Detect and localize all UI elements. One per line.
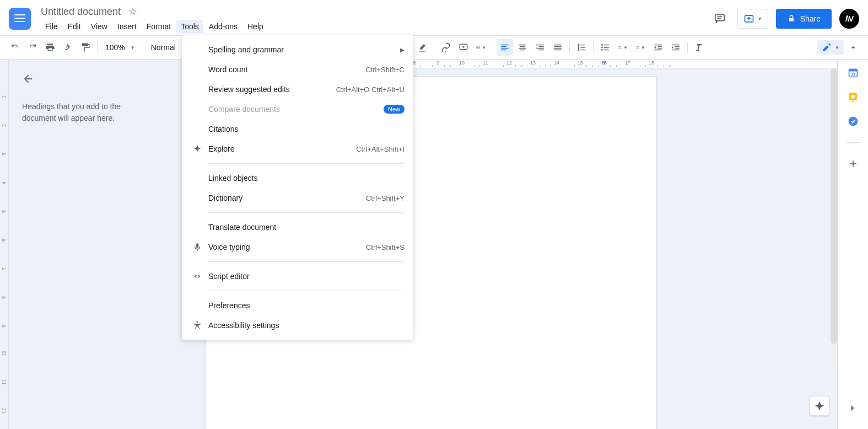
editing-mode-button[interactable]: ▼ (817, 40, 844, 55)
side-panel-separator (847, 142, 860, 143)
align-center-button[interactable] (514, 39, 531, 56)
menu-item-preferences[interactable]: Preferences (182, 296, 413, 315)
toolbar: 100% ▼ Normal ▼ ▼ ▼ ▼ (0, 35, 868, 60)
checklist-button[interactable] (597, 39, 613, 56)
menu-separator (208, 212, 405, 213)
svg-point-6 (618, 46, 619, 47)
menu-help[interactable]: Help (243, 20, 268, 33)
menu-edit[interactable]: Edit (63, 20, 85, 33)
menu-item-script-editor[interactable]: Script editor (182, 266, 413, 286)
keep-icon[interactable] (848, 92, 859, 103)
chevron-down-icon: ▼ (623, 45, 628, 50)
calendar-icon[interactable]: 31 (848, 67, 859, 78)
expand-side-panel-button[interactable] (847, 403, 858, 416)
svg-rect-0 (715, 15, 724, 21)
chevron-right-icon (847, 403, 858, 414)
clear-formatting-button[interactable] (691, 39, 708, 56)
menu-item-label: Preferences (208, 301, 405, 310)
lock-icon (787, 14, 796, 23)
align-left-button[interactable] (497, 39, 513, 56)
close-outline-button[interactable] (22, 73, 170, 88)
menu-item-explore[interactable]: ExploreCtrl+Alt+Shift+I (182, 139, 413, 159)
menu-format[interactable]: Format (142, 20, 175, 33)
chevron-down-icon: ▼ (131, 45, 135, 50)
chevron-down-icon: ▼ (758, 17, 762, 22)
vruler-number: 1 (1, 95, 7, 98)
account-avatar[interactable]: /\V (839, 9, 859, 29)
docs-logo-icon[interactable] (9, 8, 31, 30)
vertical-scrollbar[interactable] (831, 68, 837, 361)
svg-rect-2 (789, 18, 794, 22)
menu-insert[interactable]: Insert (113, 20, 141, 33)
share-button[interactable]: Share (776, 9, 832, 29)
vruler-number: 7 (1, 267, 7, 270)
new-badge: New (384, 105, 405, 114)
insert-comment-button[interactable] (455, 39, 472, 56)
ruler-number: 17 (625, 60, 630, 66)
line-spacing-button[interactable] (573, 39, 590, 56)
menu-item-translate-document[interactable]: Translate document (182, 217, 413, 237)
ruler-number: 14 (554, 60, 559, 66)
vruler-number: 9 (1, 325, 7, 328)
vruler-number: 10 (1, 351, 7, 356)
toolbar-separator (143, 42, 143, 53)
menu-item-dictionary[interactable]: DictionaryCtrl+Shift+Y (182, 188, 413, 208)
arrow-left-icon (22, 73, 34, 85)
menu-separator (208, 261, 405, 262)
ruler-number: 18 (649, 60, 654, 66)
menu-file[interactable]: File (41, 20, 62, 33)
tasks-icon[interactable] (848, 116, 859, 127)
present-button[interactable]: ▼ (737, 9, 768, 29)
explore-diamond-icon (814, 400, 825, 411)
paragraph-style-select[interactable]: Normal (147, 43, 180, 52)
scrollbar-thumb[interactable] (831, 68, 837, 344)
title-row: Untitled document ☆ (41, 4, 710, 19)
menu-item-citations[interactable]: Citations (182, 119, 413, 139)
highlight-color-button[interactable] (414, 39, 430, 56)
menu-view[interactable]: View (87, 20, 112, 33)
side-panel: 31 (837, 60, 868, 429)
menu-item-accessibility-settings[interactable]: Accessibility settings (182, 315, 413, 335)
right-indent-marker[interactable]: ▼ (602, 60, 607, 66)
explore-fab[interactable] (810, 396, 829, 416)
zoom-select[interactable]: 100% ▼ (101, 43, 139, 52)
numbered-list-button[interactable]: ▼ (632, 39, 649, 56)
print-button[interactable] (42, 39, 58, 56)
undo-button[interactable] (7, 39, 23, 56)
svg-point-16 (197, 321, 198, 323)
vruler-number: 3 (1, 153, 7, 155)
document-title[interactable]: Untitled document (41, 6, 121, 18)
bulleted-list-button[interactable]: ▼ (614, 39, 631, 56)
menu-item-review-suggested-edits[interactable]: Review suggested editsCtrl+Alt+O Ctrl+Al… (182, 79, 413, 99)
increase-indent-button[interactable] (667, 39, 684, 56)
align-justify-button[interactable] (549, 39, 566, 56)
align-right-button[interactable] (532, 39, 548, 56)
insert-link-button[interactable] (438, 39, 454, 56)
header-right: ▼ Share /\V (710, 9, 859, 29)
explore-icon (191, 144, 204, 154)
paint-format-button[interactable] (77, 39, 94, 56)
menu-item-linked-objects[interactable]: Linked objects (182, 168, 413, 188)
keyboard-shortcut: Ctrl+Shift+S (366, 243, 405, 251)
menu-add-ons[interactable]: Add-ons (204, 20, 242, 33)
ruler-number: 11 (483, 60, 488, 66)
tools-dropdown-menu: Spelling and grammar▶Word countCtrl+Shif… (182, 35, 413, 340)
present-up-icon (743, 13, 754, 24)
svg-point-7 (618, 47, 619, 48)
insert-image-button[interactable]: ▼ (473, 39, 489, 56)
spellcheck-button[interactable] (60, 39, 76, 56)
svg-point-8 (618, 48, 619, 49)
menu-item-label: Accessibility settings (208, 321, 405, 330)
vruler-number: 12 (1, 408, 7, 414)
menu-item-label: Voice typing (208, 243, 366, 251)
menu-tools[interactable]: Tools (176, 20, 203, 33)
add-icon[interactable] (848, 158, 859, 169)
menu-item-word-count[interactable]: Word countCtrl+Shift+C (182, 60, 413, 79)
collapse-toolbar-button[interactable] (845, 39, 861, 56)
menu-item-spelling-and-grammar[interactable]: Spelling and grammar▶ (182, 40, 413, 60)
redo-button[interactable] (24, 39, 41, 56)
menu-item-voice-typing[interactable]: Voice typingCtrl+Shift+S (182, 237, 413, 257)
star-icon[interactable]: ☆ (128, 6, 137, 18)
decrease-indent-button[interactable] (650, 39, 666, 56)
comments-button[interactable] (710, 9, 730, 29)
